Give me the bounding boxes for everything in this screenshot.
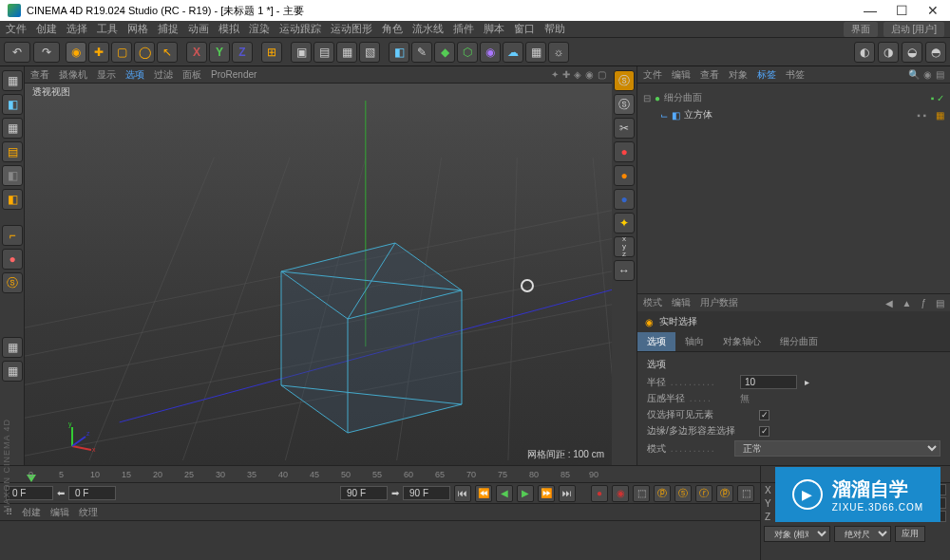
workplane[interactable]: ▦ xyxy=(2,361,23,382)
menu-window[interactable]: 窗口 xyxy=(514,22,535,36)
sculpt-icon[interactable]: ✦ xyxy=(614,213,635,233)
attr-tab-mode[interactable]: 模式 xyxy=(643,296,662,309)
frame-current-input[interactable] xyxy=(68,486,116,500)
menu-animate[interactable]: 动画 xyxy=(188,22,209,36)
coord-apply[interactable]: 应用 xyxy=(895,526,925,542)
menu-file[interactable]: 文件 xyxy=(6,22,27,36)
material-area[interactable] xyxy=(0,521,760,559)
sweep-icon[interactable]: ⓢ xyxy=(614,94,635,115)
menu-character[interactable]: 角色 xyxy=(382,22,403,36)
edge-poly-checkbox[interactable]: ✓ xyxy=(759,426,770,437)
point-mode[interactable]: ◧ xyxy=(2,165,23,186)
mat-tab-create[interactable]: 创建 xyxy=(22,506,41,519)
subtab-options[interactable]: 选项 xyxy=(637,332,675,351)
goto-end[interactable]: ⏭ xyxy=(559,485,576,502)
axis-z-lock[interactable]: Z xyxy=(232,42,253,63)
radius-spinner[interactable]: ▸ xyxy=(805,377,809,387)
vp-zoom-icon[interactable]: ◈ xyxy=(574,69,581,80)
vp-tab-prorender[interactable]: ProRender xyxy=(211,69,256,80)
obj-tab-file[interactable]: 文件 xyxy=(643,68,662,82)
vp-tab-panel[interactable]: 面板 xyxy=(182,68,201,82)
tweak-mode[interactable]: ● xyxy=(2,249,23,270)
key-sel[interactable]: ⬚ xyxy=(633,485,650,502)
record-key[interactable]: ● xyxy=(591,485,608,502)
deformer-tool[interactable]: ◉ xyxy=(480,42,501,63)
cube-object[interactable] xyxy=(272,233,481,442)
vp-tab-options[interactable]: 选项 xyxy=(125,68,144,82)
obj-tab-tags[interactable]: 标签 xyxy=(757,68,776,82)
bridge-icon[interactable]: ● xyxy=(614,189,635,210)
axis-y-lock[interactable]: Y xyxy=(209,42,230,63)
tree-item-subdiv[interactable]: ⊟ ● 细分曲面 ▪ ✓ xyxy=(643,89,944,106)
menu-plugins[interactable]: 插件 xyxy=(453,22,474,36)
menu-select[interactable]: 选择 xyxy=(66,22,87,36)
layout-selector[interactable]: 启动 [用户] xyxy=(884,22,944,37)
make-editable[interactable]: ▦ xyxy=(2,70,23,91)
menu-pipeline[interactable]: 流水线 xyxy=(412,22,444,36)
attr-tab-userdata[interactable]: 用户数据 xyxy=(700,296,738,309)
frame-start-input[interactable] xyxy=(6,486,53,500)
axis-mode[interactable]: ⌐ xyxy=(2,225,23,246)
menu-simulate[interactable]: 模拟 xyxy=(218,22,239,36)
vp-tab-camera[interactable]: 摄像机 xyxy=(59,68,87,82)
render-pv[interactable]: ▦ xyxy=(336,42,357,63)
knife-icon[interactable]: ✂ xyxy=(614,118,635,139)
live-select-tool[interactable]: ◉ xyxy=(66,42,86,63)
render-region[interactable]: ▤ xyxy=(314,42,334,63)
attr-func-icon[interactable]: ƒ xyxy=(921,298,926,308)
range-end-icon[interactable]: ➡ xyxy=(391,488,399,498)
mode-select[interactable]: 正常 xyxy=(734,440,940,457)
uv-mode[interactable]: ▤ xyxy=(2,141,23,162)
frame-prev-end-input[interactable] xyxy=(340,486,388,500)
obj-tab-bookmarks[interactable]: 书签 xyxy=(786,68,805,82)
menu-render[interactable]: 渲染 xyxy=(249,22,270,36)
frame-end-input[interactable] xyxy=(403,486,450,500)
menu-motion-track[interactable]: 运动跟踪 xyxy=(279,22,321,36)
attr-tab-edit[interactable]: 编辑 xyxy=(672,296,691,309)
nurbs-tool[interactable]: ◆ xyxy=(434,42,455,63)
scale-tool[interactable]: ▢ xyxy=(111,42,132,63)
render-view[interactable]: ▣ xyxy=(291,42,312,63)
key-pos[interactable]: ⓟ xyxy=(654,485,671,502)
subtab-axis[interactable]: 轴向 xyxy=(675,332,713,351)
vp-nav-icon[interactable]: ✦ xyxy=(551,69,559,80)
content-browser-4[interactable]: ◓ xyxy=(925,42,946,63)
viewport-solo[interactable]: ⓢ xyxy=(2,272,23,293)
model-mode[interactable]: ◧ xyxy=(2,94,23,115)
obj-tab-view[interactable]: 查看 xyxy=(700,68,719,82)
range-start-icon[interactable]: ⬅ xyxy=(57,488,65,498)
vp-max-icon[interactable]: ▢ xyxy=(598,69,606,80)
goto-prev-key[interactable]: ⏪ xyxy=(475,485,492,502)
camera-tool[interactable]: ▦ xyxy=(525,42,546,63)
close-button[interactable]: ✕ xyxy=(923,3,942,18)
edge-mode[interactable]: ◧ xyxy=(2,189,23,210)
recent-tool[interactable]: ↖ xyxy=(157,42,178,63)
menu-create[interactable]: 创建 xyxy=(36,22,57,36)
vp-tab-view[interactable]: 查看 xyxy=(30,68,49,82)
timeline-ruler[interactable]: 0 5 10 15 20 25 30 35 40 45 50 55 60 65 … xyxy=(0,466,760,483)
subtab-subdiv[interactable]: 细分曲面 xyxy=(770,332,827,351)
extrude-icon[interactable]: ● xyxy=(614,141,635,162)
obj-tab-edit[interactable]: 编辑 xyxy=(672,68,691,82)
content-browser-1[interactable]: ◐ xyxy=(854,42,875,63)
generator-tool[interactable]: ⬡ xyxy=(457,42,478,63)
goto-start[interactable]: ⏮ xyxy=(454,485,471,502)
subtab-objaxis[interactable]: 对象轴心 xyxy=(713,332,770,351)
vp-move-icon[interactable]: ✚ xyxy=(562,69,570,80)
light-tool[interactable]: ☼ xyxy=(548,42,569,63)
panel-menu-icon[interactable]: ▤ xyxy=(936,69,944,80)
bevel-icon[interactable]: ● xyxy=(614,165,635,186)
attr-menu-icon[interactable]: ▤ xyxy=(936,298,944,308)
menu-snap[interactable]: 捕捉 xyxy=(158,22,179,36)
axis-x-lock[interactable]: X xyxy=(186,42,207,63)
rotate-tool[interactable]: ◯ xyxy=(134,42,155,63)
only-visible-checkbox[interactable]: ✓ xyxy=(759,410,770,420)
render-settings[interactable]: ▧ xyxy=(359,42,380,63)
play-back[interactable]: ◀ xyxy=(496,485,513,502)
redo-button[interactable]: ↷ xyxy=(33,42,60,63)
autokey[interactable]: ◉ xyxy=(612,485,629,502)
mat-tab-texture[interactable]: 纹理 xyxy=(79,506,98,519)
key-scale[interactable]: ⓢ xyxy=(674,485,692,502)
menu-tools[interactable]: 工具 xyxy=(97,22,118,36)
arrow-icon[interactable]: ↔ xyxy=(614,260,635,281)
